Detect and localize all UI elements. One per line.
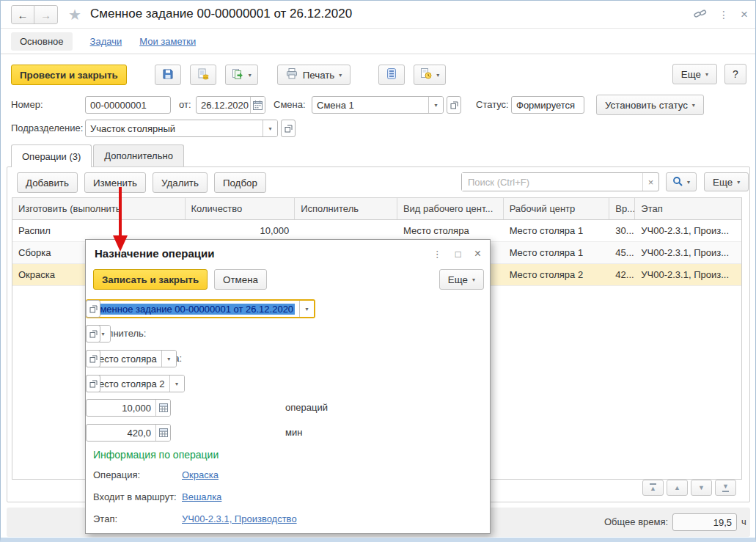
col-header-time[interactable]: Вр... xyxy=(609,198,635,219)
operation-info-heading: Информация по операции xyxy=(93,449,219,461)
search-box: × xyxy=(461,172,659,191)
save-button[interactable] xyxy=(155,65,181,85)
department-combobox[interactable]: Участок столярный ▾ xyxy=(85,120,278,137)
cell-stage: УЧ00-2.3.1, Произ... xyxy=(635,264,741,285)
dlg-shift-open-icon[interactable] xyxy=(86,300,100,318)
post-and-close-button[interactable]: Провести и закрыть xyxy=(11,65,127,85)
favorite-star-icon[interactable]: ★ xyxy=(68,6,81,23)
post-button[interactable] xyxy=(190,65,216,85)
table-more-button[interactable]: Еще ▾ xyxy=(704,172,749,191)
dialog-close-icon[interactable]: × xyxy=(474,247,481,260)
cancel-button[interactable]: Отмена xyxy=(214,269,267,290)
chevron-down-icon[interactable]: ▾ xyxy=(161,351,176,367)
tab-additional[interactable]: Дополнительно xyxy=(93,144,184,166)
dialog-kebab-icon[interactable]: ⋮ xyxy=(433,249,442,260)
command-bar: Провести и закрыть ▾ Печать ▾ ▾ xyxy=(11,64,446,86)
dlg-shift-combobox[interactable]: Сменное задание 00-00000001 от 26.12.202… xyxy=(86,299,315,318)
total-time-unit: ч xyxy=(741,513,746,531)
number-label: Номер: xyxy=(11,96,43,114)
move-down-button[interactable]: ▼ xyxy=(691,480,712,496)
move-up-button[interactable]: ▲ xyxy=(667,480,688,496)
number-field[interactable]: 00-00000001 xyxy=(85,96,171,114)
move-top-button[interactable]: ▲ xyxy=(642,480,664,496)
title-bar: ← → ★ Сменное задание 00-00000001 от 26.… xyxy=(1,1,755,29)
col-header-wc-type[interactable]: Вид рабочего цент... xyxy=(397,198,504,219)
dialog-more-button[interactable]: Еще ▾ xyxy=(439,269,484,290)
department-open-icon[interactable] xyxy=(281,120,296,137)
kebab-menu-icon[interactable]: ⋮ xyxy=(719,9,729,21)
col-header-stage[interactable]: Этап xyxy=(635,198,741,219)
cell-qty: 10,000 xyxy=(186,220,296,241)
post-document-icon xyxy=(197,68,209,82)
print-button[interactable]: Печать ▾ xyxy=(277,65,351,85)
dlg-executor-open-icon[interactable] xyxy=(86,325,100,343)
print-label: Печать xyxy=(303,70,335,81)
chevron-down-icon: ▾ xyxy=(692,102,695,109)
chevron-down-icon[interactable]: ▾ xyxy=(169,376,184,392)
total-time-value: 19,5 xyxy=(673,517,736,528)
add-button[interactable]: Добавить xyxy=(17,172,78,193)
clear-search-icon[interactable]: × xyxy=(642,173,658,191)
dlg-qty-unit: операций xyxy=(285,399,328,417)
dlg-time-unit: мин xyxy=(285,424,302,442)
status-label: Статус: xyxy=(476,96,509,114)
status-value: Формируется xyxy=(512,100,584,111)
tab-main[interactable]: Основное xyxy=(11,32,73,51)
cell-time: 42... xyxy=(609,264,635,285)
chevron-down-icon: ▾ xyxy=(737,179,740,186)
search-options-button[interactable]: ▾ xyxy=(666,172,697,191)
shift-combobox[interactable]: Смена 1 ▾ xyxy=(312,96,444,114)
dlg-time-field[interactable]: 420,0 xyxy=(86,424,171,442)
document-log-button[interactable]: ▾ xyxy=(414,65,446,85)
date-field[interactable]: 26.12.2020 xyxy=(196,96,265,114)
tab-my-notes[interactable]: Мои заметки xyxy=(139,36,196,47)
create-based-on-icon xyxy=(232,68,244,82)
create-based-on-button[interactable]: ▾ xyxy=(225,65,258,85)
calculator-icon[interactable] xyxy=(155,400,170,416)
col-header-wc[interactable]: Рабочий центр xyxy=(504,198,610,219)
forward-icon[interactable]: → xyxy=(34,6,57,23)
date-value: 26.12.2020 xyxy=(197,100,250,111)
search-input[interactable] xyxy=(462,173,642,191)
close-icon[interactable]: × xyxy=(741,7,748,22)
report-list-icon xyxy=(387,68,396,81)
calculator-icon[interactable] xyxy=(155,425,170,441)
col-header-make[interactable]: Изготовить (выполнить xyxy=(12,198,186,219)
col-header-qty[interactable]: Количество xyxy=(186,198,296,219)
help-button[interactable]: ? xyxy=(724,64,746,84)
dlg-wc-combobox[interactable]: Место столяра 2 ▾ xyxy=(86,375,185,392)
back-icon[interactable]: ← xyxy=(12,6,34,23)
cell-time: 45... xyxy=(609,242,635,263)
more-button[interactable]: Еще ▾ xyxy=(672,64,717,84)
shift-open-icon[interactable] xyxy=(447,96,461,114)
set-status-button[interactable]: Установить статус ▾ xyxy=(596,95,704,115)
detail-tabs: Операции (3) Дополнительно xyxy=(11,144,186,167)
delete-button[interactable]: Удалить xyxy=(153,172,208,193)
dialog-maximize-icon[interactable]: □ xyxy=(455,249,461,260)
dlg-wc-open-icon[interactable] xyxy=(86,375,100,392)
tab-operations[interactable]: Операции (3) xyxy=(11,144,92,167)
chevron-down-icon: ▾ xyxy=(687,179,690,186)
calendar-icon[interactable] xyxy=(250,97,265,113)
chevron-down-icon: ▾ xyxy=(472,277,475,283)
reports-button[interactable] xyxy=(378,65,405,85)
dlg-time-value: 420,0 xyxy=(87,428,155,439)
stage-link[interactable]: УЧ00-2.3.1, Производство xyxy=(182,513,297,524)
save-and-close-button[interactable]: Записать и закрыть xyxy=(93,269,208,290)
col-header-executor[interactable]: Исполнитель xyxy=(295,198,397,219)
nav-row: Основное Задачи Мои заметки xyxy=(1,29,755,54)
route-link[interactable]: Вешалка xyxy=(182,491,221,502)
cell-wc: Место столяра 2 xyxy=(504,264,610,285)
chevron-down-icon[interactable]: ▾ xyxy=(299,301,314,317)
tab-tasks[interactable]: Задачи xyxy=(90,36,122,47)
pick-button[interactable]: Подбор xyxy=(214,172,266,193)
chevron-down-icon[interactable]: ▾ xyxy=(263,120,277,136)
link-icon[interactable] xyxy=(694,9,707,21)
dialog-more-label: Еще xyxy=(448,274,468,285)
dlg-qty-field[interactable]: 10,000 xyxy=(86,399,171,417)
dlg-wc-type-open-icon[interactable] xyxy=(86,350,100,367)
document-clock-icon xyxy=(420,68,432,81)
move-bottom-button[interactable]: ▼ xyxy=(715,480,736,496)
chevron-down-icon[interactable]: ▾ xyxy=(428,97,443,113)
operation-link[interactable]: Окраска xyxy=(182,469,219,480)
